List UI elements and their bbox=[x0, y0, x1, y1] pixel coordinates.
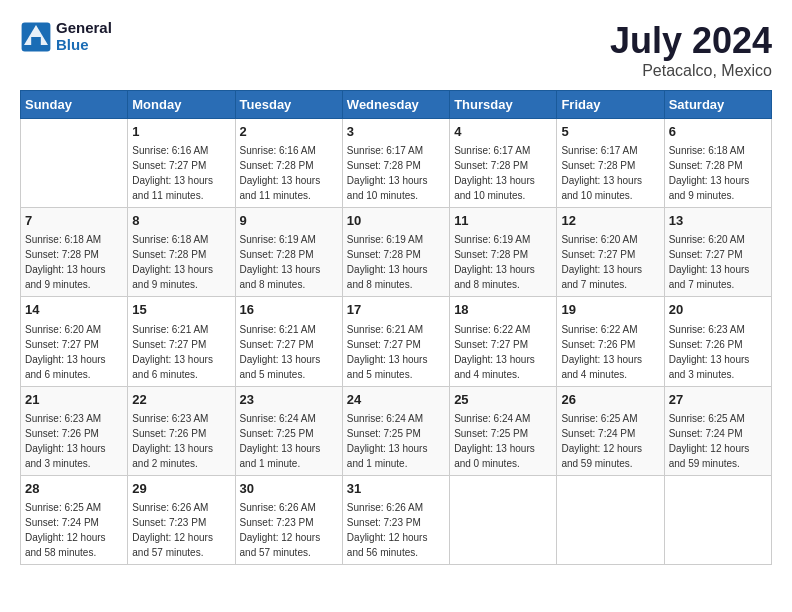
calendar-cell: 26Sunrise: 6:25 AM Sunset: 7:24 PM Dayli… bbox=[557, 386, 664, 475]
calendar-cell: 19Sunrise: 6:22 AM Sunset: 7:26 PM Dayli… bbox=[557, 297, 664, 386]
calendar-cell bbox=[664, 475, 771, 564]
day-number: 23 bbox=[240, 391, 338, 409]
day-number: 19 bbox=[561, 301, 659, 319]
calendar-cell: 5Sunrise: 6:17 AM Sunset: 7:28 PM Daylig… bbox=[557, 119, 664, 208]
calendar-cell: 28Sunrise: 6:25 AM Sunset: 7:24 PM Dayli… bbox=[21, 475, 128, 564]
week-row-5: 28Sunrise: 6:25 AM Sunset: 7:24 PM Dayli… bbox=[21, 475, 772, 564]
calendar-cell: 10Sunrise: 6:19 AM Sunset: 7:28 PM Dayli… bbox=[342, 208, 449, 297]
column-header-monday: Monday bbox=[128, 91, 235, 119]
day-number: 1 bbox=[132, 123, 230, 141]
day-info: Sunrise: 6:17 AM Sunset: 7:28 PM Dayligh… bbox=[347, 143, 445, 203]
day-number: 24 bbox=[347, 391, 445, 409]
week-row-4: 21Sunrise: 6:23 AM Sunset: 7:26 PM Dayli… bbox=[21, 386, 772, 475]
calendar-cell: 16Sunrise: 6:21 AM Sunset: 7:27 PM Dayli… bbox=[235, 297, 342, 386]
day-number: 16 bbox=[240, 301, 338, 319]
day-number: 17 bbox=[347, 301, 445, 319]
day-number: 20 bbox=[669, 301, 767, 319]
week-row-1: 1Sunrise: 6:16 AM Sunset: 7:27 PM Daylig… bbox=[21, 119, 772, 208]
column-headers: SundayMondayTuesdayWednesdayThursdayFrid… bbox=[21, 91, 772, 119]
day-number: 12 bbox=[561, 212, 659, 230]
column-header-wednesday: Wednesday bbox=[342, 91, 449, 119]
day-number: 28 bbox=[25, 480, 123, 498]
day-number: 10 bbox=[347, 212, 445, 230]
day-info: Sunrise: 6:21 AM Sunset: 7:27 PM Dayligh… bbox=[132, 322, 230, 382]
calendar-cell: 31Sunrise: 6:26 AM Sunset: 7:23 PM Dayli… bbox=[342, 475, 449, 564]
day-number: 31 bbox=[347, 480, 445, 498]
day-info: Sunrise: 6:26 AM Sunset: 7:23 PM Dayligh… bbox=[132, 500, 230, 560]
column-header-sunday: Sunday bbox=[21, 91, 128, 119]
day-info: Sunrise: 6:22 AM Sunset: 7:26 PM Dayligh… bbox=[561, 322, 659, 382]
day-info: Sunrise: 6:16 AM Sunset: 7:28 PM Dayligh… bbox=[240, 143, 338, 203]
calendar-cell: 4Sunrise: 6:17 AM Sunset: 7:28 PM Daylig… bbox=[450, 119, 557, 208]
page-header: General Blue July 2024 Petacalco, Mexico bbox=[20, 20, 772, 80]
day-number: 18 bbox=[454, 301, 552, 319]
logo: General Blue bbox=[20, 20, 112, 53]
day-info: Sunrise: 6:21 AM Sunset: 7:27 PM Dayligh… bbox=[240, 322, 338, 382]
calendar-cell: 30Sunrise: 6:26 AM Sunset: 7:23 PM Dayli… bbox=[235, 475, 342, 564]
column-header-thursday: Thursday bbox=[450, 91, 557, 119]
day-info: Sunrise: 6:25 AM Sunset: 7:24 PM Dayligh… bbox=[561, 411, 659, 471]
calendar-cell: 18Sunrise: 6:22 AM Sunset: 7:27 PM Dayli… bbox=[450, 297, 557, 386]
calendar-cell: 21Sunrise: 6:23 AM Sunset: 7:26 PM Dayli… bbox=[21, 386, 128, 475]
day-info: Sunrise: 6:22 AM Sunset: 7:27 PM Dayligh… bbox=[454, 322, 552, 382]
calendar-cell: 14Sunrise: 6:20 AM Sunset: 7:27 PM Dayli… bbox=[21, 297, 128, 386]
day-number: 29 bbox=[132, 480, 230, 498]
day-number: 27 bbox=[669, 391, 767, 409]
logo-text: General Blue bbox=[56, 20, 112, 53]
day-number: 8 bbox=[132, 212, 230, 230]
day-number: 21 bbox=[25, 391, 123, 409]
day-info: Sunrise: 6:21 AM Sunset: 7:27 PM Dayligh… bbox=[347, 322, 445, 382]
day-number: 4 bbox=[454, 123, 552, 141]
day-info: Sunrise: 6:23 AM Sunset: 7:26 PM Dayligh… bbox=[669, 322, 767, 382]
day-info: Sunrise: 6:19 AM Sunset: 7:28 PM Dayligh… bbox=[240, 232, 338, 292]
day-info: Sunrise: 6:24 AM Sunset: 7:25 PM Dayligh… bbox=[347, 411, 445, 471]
calendar-cell: 15Sunrise: 6:21 AM Sunset: 7:27 PM Dayli… bbox=[128, 297, 235, 386]
day-number: 2 bbox=[240, 123, 338, 141]
day-number: 5 bbox=[561, 123, 659, 141]
calendar-cell: 13Sunrise: 6:20 AM Sunset: 7:27 PM Dayli… bbox=[664, 208, 771, 297]
day-info: Sunrise: 6:16 AM Sunset: 7:27 PM Dayligh… bbox=[132, 143, 230, 203]
day-info: Sunrise: 6:25 AM Sunset: 7:24 PM Dayligh… bbox=[669, 411, 767, 471]
column-header-friday: Friday bbox=[557, 91, 664, 119]
day-info: Sunrise: 6:20 AM Sunset: 7:27 PM Dayligh… bbox=[669, 232, 767, 292]
day-info: Sunrise: 6:20 AM Sunset: 7:27 PM Dayligh… bbox=[561, 232, 659, 292]
day-info: Sunrise: 6:24 AM Sunset: 7:25 PM Dayligh… bbox=[454, 411, 552, 471]
calendar-cell bbox=[557, 475, 664, 564]
day-info: Sunrise: 6:18 AM Sunset: 7:28 PM Dayligh… bbox=[25, 232, 123, 292]
svg-rect-2 bbox=[31, 37, 41, 45]
title-block: July 2024 Petacalco, Mexico bbox=[610, 20, 772, 80]
day-number: 26 bbox=[561, 391, 659, 409]
day-info: Sunrise: 6:25 AM Sunset: 7:24 PM Dayligh… bbox=[25, 500, 123, 560]
day-info: Sunrise: 6:24 AM Sunset: 7:25 PM Dayligh… bbox=[240, 411, 338, 471]
day-info: Sunrise: 6:17 AM Sunset: 7:28 PM Dayligh… bbox=[561, 143, 659, 203]
calendar-body: 1Sunrise: 6:16 AM Sunset: 7:27 PM Daylig… bbox=[21, 119, 772, 565]
calendar-cell: 12Sunrise: 6:20 AM Sunset: 7:27 PM Dayli… bbox=[557, 208, 664, 297]
day-number: 25 bbox=[454, 391, 552, 409]
calendar-cell: 11Sunrise: 6:19 AM Sunset: 7:28 PM Dayli… bbox=[450, 208, 557, 297]
day-info: Sunrise: 6:23 AM Sunset: 7:26 PM Dayligh… bbox=[132, 411, 230, 471]
column-header-tuesday: Tuesday bbox=[235, 91, 342, 119]
day-number: 30 bbox=[240, 480, 338, 498]
calendar-cell: 17Sunrise: 6:21 AM Sunset: 7:27 PM Dayli… bbox=[342, 297, 449, 386]
calendar-cell: 9Sunrise: 6:19 AM Sunset: 7:28 PM Daylig… bbox=[235, 208, 342, 297]
day-info: Sunrise: 6:18 AM Sunset: 7:28 PM Dayligh… bbox=[669, 143, 767, 203]
calendar-cell: 27Sunrise: 6:25 AM Sunset: 7:24 PM Dayli… bbox=[664, 386, 771, 475]
day-number: 15 bbox=[132, 301, 230, 319]
calendar-cell: 6Sunrise: 6:18 AM Sunset: 7:28 PM Daylig… bbox=[664, 119, 771, 208]
day-number: 22 bbox=[132, 391, 230, 409]
calendar-cell: 3Sunrise: 6:17 AM Sunset: 7:28 PM Daylig… bbox=[342, 119, 449, 208]
calendar-cell: 2Sunrise: 6:16 AM Sunset: 7:28 PM Daylig… bbox=[235, 119, 342, 208]
calendar-cell: 25Sunrise: 6:24 AM Sunset: 7:25 PM Dayli… bbox=[450, 386, 557, 475]
calendar-cell: 1Sunrise: 6:16 AM Sunset: 7:27 PM Daylig… bbox=[128, 119, 235, 208]
day-info: Sunrise: 6:19 AM Sunset: 7:28 PM Dayligh… bbox=[454, 232, 552, 292]
calendar-cell: 8Sunrise: 6:18 AM Sunset: 7:28 PM Daylig… bbox=[128, 208, 235, 297]
day-info: Sunrise: 6:17 AM Sunset: 7:28 PM Dayligh… bbox=[454, 143, 552, 203]
location: Petacalco, Mexico bbox=[610, 62, 772, 80]
calendar-cell bbox=[450, 475, 557, 564]
week-row-3: 14Sunrise: 6:20 AM Sunset: 7:27 PM Dayli… bbox=[21, 297, 772, 386]
calendar-cell: 7Sunrise: 6:18 AM Sunset: 7:28 PM Daylig… bbox=[21, 208, 128, 297]
calendar-cell: 23Sunrise: 6:24 AM Sunset: 7:25 PM Dayli… bbox=[235, 386, 342, 475]
logo-icon bbox=[20, 21, 52, 53]
calendar-cell bbox=[21, 119, 128, 208]
day-info: Sunrise: 6:18 AM Sunset: 7:28 PM Dayligh… bbox=[132, 232, 230, 292]
